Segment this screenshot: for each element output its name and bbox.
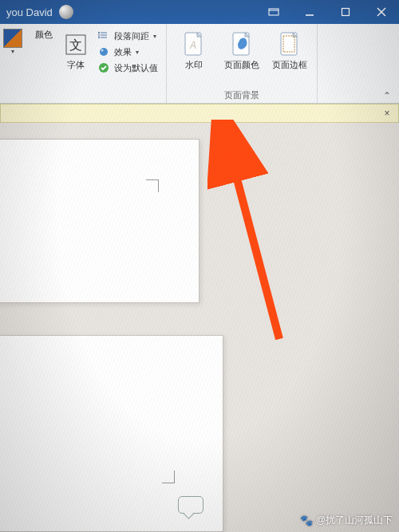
margin-corner-icon [146,179,159,192]
watermark-icon: A [181,30,207,60]
watermark-credit: 🐾 @扰了山河孤山下 [300,514,393,527]
svg-text:文: 文 [69,38,82,52]
page-color-button[interactable]: 页面颜色 [221,27,263,73]
avatar[interactable] [59,5,73,19]
group-label-page-background: 页面背景 [173,88,310,101]
page[interactable] [0,335,223,532]
colors-button[interactable]: ▾ [0,27,26,57]
effects-icon [97,45,110,58]
svg-rect-0 [269,9,279,15]
ribbon: ▾ 颜色 文 字体 段落间距 ▾ [0,24,399,104]
set-default-button[interactable]: 设为默认值 [96,61,160,75]
message-bar-close-icon[interactable]: × [381,108,393,119]
title-user: you David [6,6,53,18]
ribbon-options-icon[interactable] [255,0,291,24]
watermark-button[interactable]: A 水印 [173,27,215,73]
svg-point-12 [101,49,104,52]
font-icon: 文 [65,30,87,60]
paragraph-spacing-button[interactable]: 段落间距 ▾ [96,29,160,43]
comment-icon[interactable] [178,496,203,514]
svg-point-11 [100,48,108,56]
colors-dropdown[interactable]: 颜色 [32,27,56,42]
minimize-button[interactable] [291,0,327,24]
svg-text:A: A [189,40,196,51]
svg-rect-3 [342,9,349,16]
margin-corner-icon [162,471,175,483]
title-bar: you David [0,0,399,24]
collapse-ribbon-icon[interactable]: ⌃ [380,90,394,101]
page-borders-button[interactable]: 页面边框 [269,27,310,73]
maximize-button[interactable] [327,0,363,24]
page-color-icon [229,30,255,60]
paragraph-spacing-icon [97,30,110,42]
fonts-dropdown[interactable]: 文 字体 [62,27,89,73]
page[interactable] [0,139,200,303]
effects-button[interactable]: 效果 ▾ [96,45,160,59]
bucket-icon [3,29,22,48]
close-button[interactable] [363,0,399,24]
checkmark-icon [97,61,110,74]
message-bar: × [0,104,399,123]
paw-icon: 🐾 [300,514,313,526]
document-area[interactable] [0,123,399,532]
window-controls [255,0,399,24]
page-borders-icon [277,30,302,60]
